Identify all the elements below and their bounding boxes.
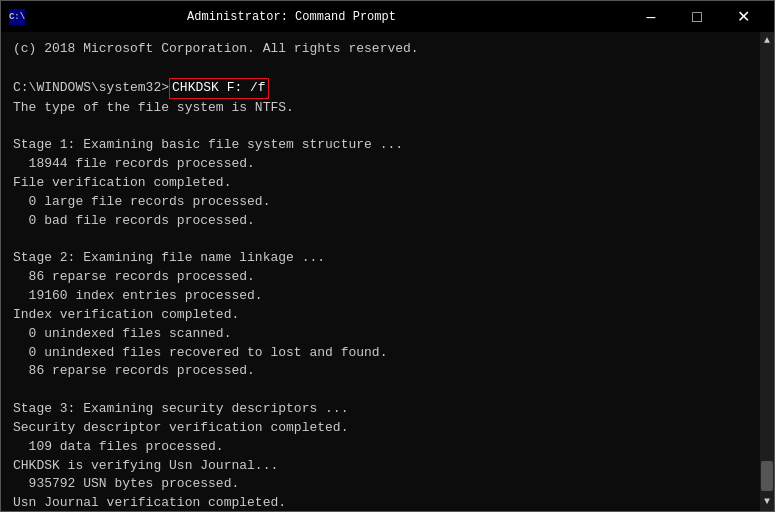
output-line: Stage 2: Examining file name linkage ... [13, 249, 762, 268]
copyright-line: (c) 2018 Microsoft Corporation. All righ… [13, 40, 762, 59]
output-line: 19160 index entries processed. [13, 287, 762, 306]
output-line: CHKDSK is verifying Usn Journal... [13, 457, 762, 476]
output-line: 0 bad file records processed. [13, 212, 762, 231]
output-line: Security descriptor verification complet… [13, 419, 762, 438]
output-line: 935792 USN bytes processed. [13, 475, 762, 494]
output-line: 109 data files processed. [13, 438, 762, 457]
window-controls: – □ ✕ [628, 1, 766, 33]
scroll-down-arrow[interactable]: ▼ [760, 493, 774, 511]
scrollbar[interactable]: ▲ ▼ [760, 32, 774, 511]
output-line: 86 reparse records processed. [13, 362, 762, 381]
close-button[interactable]: ✕ [720, 1, 766, 33]
output-line: 0 large file records processed. [13, 193, 762, 212]
output-line: Stage 1: Examining basic file system str… [13, 136, 762, 155]
output-line: Index verification completed. [13, 306, 762, 325]
output-line [13, 230, 762, 249]
minimize-button[interactable]: – [628, 1, 674, 33]
window-title: Administrator: Command Prompt [31, 10, 552, 24]
output-line: File verification completed. [13, 174, 762, 193]
app-icon: C:\ [9, 9, 25, 25]
output-line: 18944 file records processed. [13, 155, 762, 174]
output-line: 0 unindexed files recovered to lost and … [13, 344, 762, 363]
window: C:\ Administrator: Command Prompt – □ ✕ … [0, 0, 775, 512]
scroll-up-arrow[interactable]: ▲ [760, 32, 774, 50]
output-lines: The type of the file system is NTFS. Sta… [13, 99, 762, 512]
output-line: Stage 3: Examining security descriptors … [13, 400, 762, 419]
output-line: 86 reparse records processed. [13, 268, 762, 287]
maximize-button[interactable]: □ [674, 1, 720, 33]
output-line: 0 unindexed files scanned. [13, 325, 762, 344]
prompt-line: C:\WINDOWS\system32> CHKDSK F: /f [13, 78, 762, 99]
output-line: Usn Journal verification completed. [13, 494, 762, 512]
scroll-thumb[interactable] [761, 461, 773, 491]
console-output: (c) 2018 Microsoft Corporation. All righ… [0, 32, 775, 512]
titlebar: C:\ Administrator: Command Prompt – □ ✕ [0, 0, 775, 32]
output-line [13, 381, 762, 400]
output-line [13, 117, 762, 136]
prompt-text: C:\WINDOWS\system32> [13, 79, 169, 98]
command-input: CHKDSK F: /f [169, 78, 269, 99]
output-line: The type of the file system is NTFS. [13, 99, 762, 118]
